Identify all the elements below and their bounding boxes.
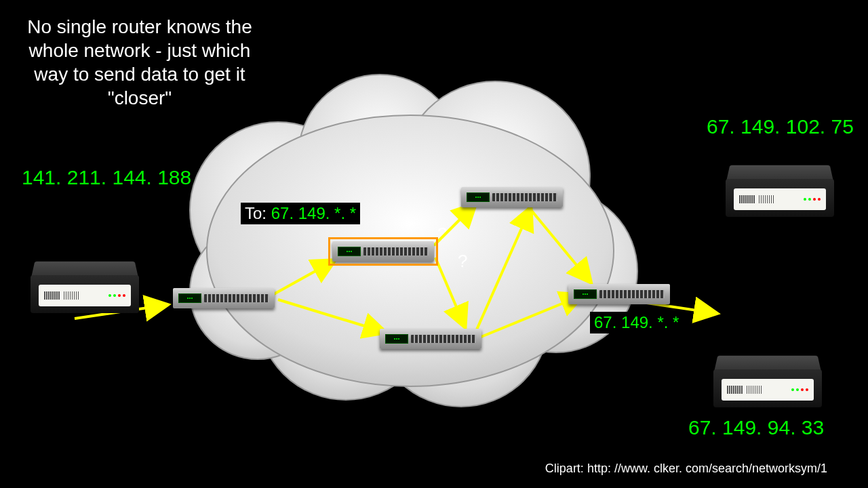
svg-line-14 xyxy=(475,209,530,334)
highlight-box xyxy=(328,237,438,266)
server-top-right xyxy=(726,157,834,217)
server-bottom-right xyxy=(713,348,822,407)
router-left xyxy=(173,288,275,308)
svg-line-15 xyxy=(476,296,582,339)
svg-line-13 xyxy=(526,203,590,281)
svg-line-10 xyxy=(278,300,384,332)
svg-line-9 xyxy=(273,261,334,295)
svg-line-11 xyxy=(434,205,475,245)
router-bottom xyxy=(380,329,481,349)
router-top xyxy=(461,187,563,207)
server-left xyxy=(31,253,139,313)
svg-line-12 xyxy=(435,258,465,326)
router-right xyxy=(568,284,670,304)
